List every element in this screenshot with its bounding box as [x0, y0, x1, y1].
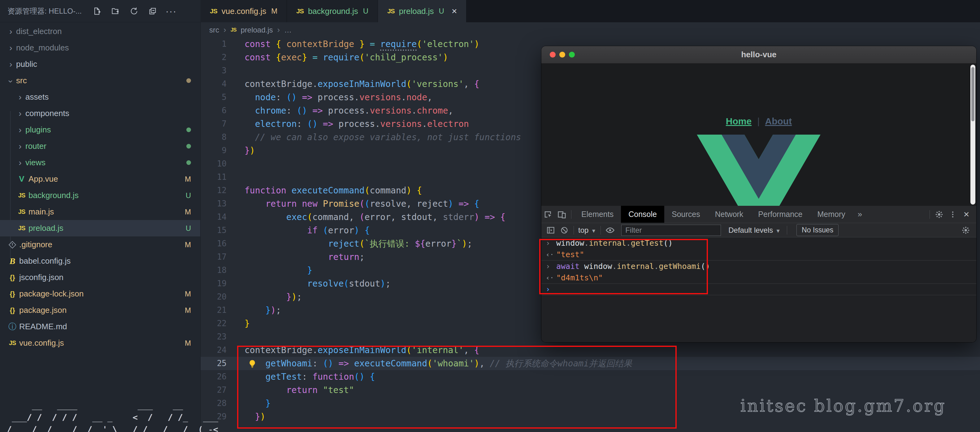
app-scrollbar[interactable] [970, 65, 975, 205]
code-text: getTest: function() { [227, 370, 375, 383]
tree-item-label: background.js [29, 191, 79, 200]
live-expression-icon[interactable] [603, 224, 617, 237]
tree-item-README.md[interactable]: ⓘREADME.md [0, 318, 200, 335]
code-text: const { contextBridge } = require('elect… [227, 37, 479, 51]
line-number: 10 [200, 157, 227, 170]
refresh-icon[interactable] [129, 6, 139, 16]
console-log-area[interactable]: ›window.internal.getTest()‹·"test"›await… [541, 237, 976, 342]
no-issues-button[interactable]: No Issues [797, 224, 838, 236]
devtools-tab-memory[interactable]: Memory [810, 206, 853, 223]
tree-item-dist_electron[interactable]: ›dist_electron [0, 23, 200, 40]
tree-item-decorations [186, 144, 191, 149]
tree-item-babel.config.js[interactable]: Bbabel.config.js [0, 253, 200, 269]
line-number: 23 [200, 330, 227, 343]
tree-item-node_modules[interactable]: ›node_modules [0, 40, 200, 56]
devtools-menu-icon[interactable] [946, 208, 959, 221]
git-badge: M [185, 240, 191, 249]
tree-item-assets[interactable]: ›assets [0, 89, 200, 105]
close-traffic-light[interactable] [550, 52, 555, 57]
tree-item-App.vue[interactable]: VApp.vueM [0, 171, 200, 187]
more-tabs-icon[interactable]: » [853, 210, 867, 219]
tree-item-plugins[interactable]: ›plugins [0, 122, 200, 138]
electron-app-window: hello-vue Home | About [541, 46, 976, 342]
code-text: } [227, 397, 270, 410]
chevron-icon: › [15, 141, 25, 151]
tree-item-package-lock.json[interactable]: {}package-lock.jsonM [0, 286, 200, 302]
devtools-tab-performance[interactable]: Performance [751, 206, 810, 223]
tree-item-public[interactable]: ›public [0, 56, 200, 72]
devtools-settings-icon[interactable] [932, 208, 946, 221]
console-settings-icon[interactable] [959, 224, 972, 237]
tab-background.js[interactable]: JSbackground.jsU [287, 0, 378, 22]
tab-vue.config.js[interactable]: JSvue.config.jsM [200, 0, 287, 22]
tree-item-background.js[interactable]: JSbackground.jsU [0, 187, 200, 203]
tree-item-jsconfig.json[interactable]: {}jsconfig.json [0, 269, 200, 286]
nav-about-link[interactable]: About [765, 116, 792, 126]
nav-separator: | [757, 116, 760, 126]
code-line[interactable]: 24contextBridge.exposeInMainWorld('inter… [200, 343, 980, 357]
maximize-traffic-light[interactable] [569, 52, 575, 57]
code-text: }) [227, 144, 255, 157]
devtools-tab-elements[interactable]: Elements [574, 206, 621, 223]
toolbar-divider [571, 210, 571, 219]
console-text: "d4m1ts\n" [556, 273, 603, 282]
tree-item-package.json[interactable]: {}package.jsonM [0, 302, 200, 318]
line-number: 3 [200, 64, 227, 77]
minimize-traffic-light[interactable] [559, 52, 565, 57]
code-line[interactable]: 26 getTest: function() { [200, 370, 980, 383]
code-text: // we can also expose variables, not jus… [227, 130, 521, 144]
line-number: 12 [200, 184, 227, 197]
code-text: electron: () => process.versions.electro… [227, 117, 469, 130]
chevron-icon: › [6, 27, 16, 37]
console-sidebar-icon[interactable] [544, 224, 557, 237]
git-badge: U [186, 191, 191, 200]
devtools-tab-console[interactable]: Console [621, 206, 664, 223]
tree-item-main.js[interactable]: JSmain.jsM [0, 203, 200, 220]
chevron-icon: › [15, 158, 25, 168]
devtools-close-icon[interactable]: × [959, 208, 973, 221]
device-toolbar-icon[interactable] [555, 208, 569, 221]
code-text: }) [227, 410, 265, 423]
tab-label: preload.js [399, 6, 434, 16]
tree-item-.gitignore[interactable]: .gitignoreM [0, 237, 200, 253]
collapse-all-icon[interactable] [148, 6, 157, 16]
line-number: 24 [200, 343, 227, 357]
js-file-icon: JS [15, 208, 29, 215]
scrollbar-thumb[interactable] [971, 67, 974, 121]
tree-item-views[interactable]: ›views [0, 154, 200, 171]
context-selector[interactable]: top▼ [578, 226, 596, 235]
devtools-tab-network[interactable]: Network [708, 206, 751, 223]
tab-preload.js[interactable]: JSpreload.jsU× [378, 0, 466, 22]
new-folder-icon[interactable] [111, 6, 120, 16]
code-line[interactable]: 27 return "test" [200, 383, 980, 397]
breadcrumb-src[interactable]: src [209, 26, 219, 34]
console-filter-input[interactable] [621, 225, 721, 236]
nav-home-link[interactable]: Home [726, 116, 752, 126]
console-prompt-row[interactable]: › [541, 284, 976, 295]
tree-item-label: plugins [25, 125, 51, 135]
breadcrumb-symbol[interactable]: … [284, 26, 291, 34]
log-levels-dropdown[interactable]: Default levels▼ [729, 226, 781, 235]
breadcrumb-file[interactable]: preload.js [240, 26, 273, 34]
code-text: } [227, 264, 312, 277]
line-number: 2 [200, 51, 227, 64]
tree-item-src[interactable]: ›src [0, 72, 200, 89]
tree-item-router[interactable]: ›router [0, 138, 200, 154]
tree-item-components[interactable]: ›components [0, 105, 200, 122]
app-titlebar[interactable]: hello-vue [541, 46, 976, 64]
line-number: 9 [200, 144, 227, 157]
code-line[interactable]: 25 getWhoami: () => executeCommand('whoa… [200, 357, 980, 370]
code-text: } [227, 317, 250, 330]
tree-item-vue.config.js[interactable]: JSvue.config.jsM [0, 335, 200, 351]
inspect-element-icon[interactable] [541, 208, 555, 221]
tree-item-label: App.vue [29, 174, 58, 184]
devtools-tab-sources[interactable]: Sources [664, 206, 708, 223]
clear-console-icon[interactable] [557, 224, 571, 237]
line-number: 13 [200, 197, 227, 210]
tree-item-preload.js[interactable]: JSpreload.jsU [0, 220, 200, 237]
lightbulb-icon[interactable] [248, 359, 257, 368]
tab-close-icon[interactable]: × [452, 6, 457, 16]
new-file-icon[interactable] [92, 6, 102, 16]
more-actions-icon[interactable]: ··· [167, 6, 176, 16]
breadcrumb[interactable]: src › JS preload.js › … [200, 22, 980, 37]
